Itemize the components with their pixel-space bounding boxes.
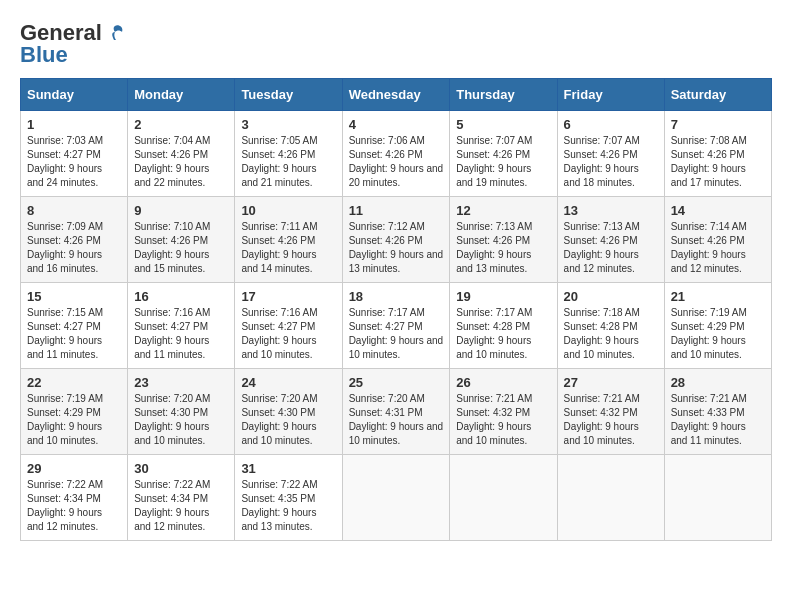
day-info: Sunrise: 7:20 AM Sunset: 4:30 PM Dayligh… <box>241 392 335 448</box>
calendar-cell <box>557 455 664 541</box>
calendar-cell: 9 Sunrise: 7:10 AM Sunset: 4:26 PM Dayli… <box>128 197 235 283</box>
day-info: Sunrise: 7:05 AM Sunset: 4:26 PM Dayligh… <box>241 134 335 190</box>
calendar-cell: 23 Sunrise: 7:20 AM Sunset: 4:30 PM Dayl… <box>128 369 235 455</box>
day-info: Sunrise: 7:11 AM Sunset: 4:26 PM Dayligh… <box>241 220 335 276</box>
calendar-cell: 8 Sunrise: 7:09 AM Sunset: 4:26 PM Dayli… <box>21 197 128 283</box>
day-info: Sunrise: 7:22 AM Sunset: 4:35 PM Dayligh… <box>241 478 335 534</box>
day-info: Sunrise: 7:07 AM Sunset: 4:26 PM Dayligh… <box>456 134 550 190</box>
sunset-label: Sunset: 4:27 PM <box>349 321 423 332</box>
calendar-header-friday: Friday <box>557 79 664 111</box>
day-number: 18 <box>349 289 444 304</box>
sunrise-label: Sunrise: 7:11 AM <box>241 221 317 232</box>
day-info: Sunrise: 7:21 AM Sunset: 4:33 PM Dayligh… <box>671 392 765 448</box>
daylight-label: Daylight: 9 hours and 16 minutes. <box>27 249 102 274</box>
day-number: 28 <box>671 375 765 390</box>
day-number: 13 <box>564 203 658 218</box>
sunset-label: Sunset: 4:26 PM <box>564 149 638 160</box>
daylight-label: Daylight: 9 hours and 11 minutes. <box>27 335 102 360</box>
logo-bird-icon <box>104 22 126 44</box>
day-number: 4 <box>349 117 444 132</box>
sunrise-label: Sunrise: 7:05 AM <box>241 135 317 146</box>
page-header: General Blue <box>20 20 772 68</box>
daylight-label: Daylight: 9 hours and 12 minutes. <box>564 249 639 274</box>
sunset-label: Sunset: 4:26 PM <box>564 235 638 246</box>
sunset-label: Sunset: 4:26 PM <box>456 235 530 246</box>
calendar-cell: 14 Sunrise: 7:14 AM Sunset: 4:26 PM Dayl… <box>664 197 771 283</box>
sunset-label: Sunset: 4:28 PM <box>564 321 638 332</box>
calendar-cell: 1 Sunrise: 7:03 AM Sunset: 4:27 PM Dayli… <box>21 111 128 197</box>
sunset-label: Sunset: 4:33 PM <box>671 407 745 418</box>
daylight-label: Daylight: 9 hours and 22 minutes. <box>134 163 209 188</box>
sunset-label: Sunset: 4:29 PM <box>671 321 745 332</box>
day-number: 6 <box>564 117 658 132</box>
calendar-cell: 16 Sunrise: 7:16 AM Sunset: 4:27 PM Dayl… <box>128 283 235 369</box>
day-number: 29 <box>27 461 121 476</box>
calendar-cell: 3 Sunrise: 7:05 AM Sunset: 4:26 PM Dayli… <box>235 111 342 197</box>
calendar-cell <box>450 455 557 541</box>
day-info: Sunrise: 7:09 AM Sunset: 4:26 PM Dayligh… <box>27 220 121 276</box>
sunrise-label: Sunrise: 7:13 AM <box>456 221 532 232</box>
calendar-cell: 10 Sunrise: 7:11 AM Sunset: 4:26 PM Dayl… <box>235 197 342 283</box>
calendar-cell: 26 Sunrise: 7:21 AM Sunset: 4:32 PM Dayl… <box>450 369 557 455</box>
day-info: Sunrise: 7:17 AM Sunset: 4:27 PM Dayligh… <box>349 306 444 362</box>
calendar-table: SundayMondayTuesdayWednesdayThursdayFrid… <box>20 78 772 541</box>
daylight-label: Daylight: 9 hours and 20 minutes. <box>349 163 444 188</box>
sunrise-label: Sunrise: 7:13 AM <box>564 221 640 232</box>
sunset-label: Sunset: 4:26 PM <box>671 149 745 160</box>
day-number: 21 <box>671 289 765 304</box>
calendar-week-1: 1 Sunrise: 7:03 AM Sunset: 4:27 PM Dayli… <box>21 111 772 197</box>
day-info: Sunrise: 7:04 AM Sunset: 4:26 PM Dayligh… <box>134 134 228 190</box>
sunrise-label: Sunrise: 7:12 AM <box>349 221 425 232</box>
calendar-cell: 30 Sunrise: 7:22 AM Sunset: 4:34 PM Dayl… <box>128 455 235 541</box>
day-info: Sunrise: 7:12 AM Sunset: 4:26 PM Dayligh… <box>349 220 444 276</box>
sunrise-label: Sunrise: 7:20 AM <box>349 393 425 404</box>
day-info: Sunrise: 7:19 AM Sunset: 4:29 PM Dayligh… <box>27 392 121 448</box>
daylight-label: Daylight: 9 hours and 10 minutes. <box>564 335 639 360</box>
daylight-label: Daylight: 9 hours and 13 minutes. <box>349 249 444 274</box>
day-info: Sunrise: 7:22 AM Sunset: 4:34 PM Dayligh… <box>27 478 121 534</box>
day-number: 1 <box>27 117 121 132</box>
calendar-header-tuesday: Tuesday <box>235 79 342 111</box>
calendar-cell: 28 Sunrise: 7:21 AM Sunset: 4:33 PM Dayl… <box>664 369 771 455</box>
calendar-cell <box>342 455 450 541</box>
day-number: 20 <box>564 289 658 304</box>
daylight-label: Daylight: 9 hours and 13 minutes. <box>241 507 316 532</box>
calendar-cell: 13 Sunrise: 7:13 AM Sunset: 4:26 PM Dayl… <box>557 197 664 283</box>
sunrise-label: Sunrise: 7:19 AM <box>27 393 103 404</box>
day-info: Sunrise: 7:22 AM Sunset: 4:34 PM Dayligh… <box>134 478 228 534</box>
daylight-label: Daylight: 9 hours and 10 minutes. <box>241 421 316 446</box>
day-number: 15 <box>27 289 121 304</box>
calendar-cell: 22 Sunrise: 7:19 AM Sunset: 4:29 PM Dayl… <box>21 369 128 455</box>
calendar-body: 1 Sunrise: 7:03 AM Sunset: 4:27 PM Dayli… <box>21 111 772 541</box>
sunrise-label: Sunrise: 7:07 AM <box>564 135 640 146</box>
day-number: 23 <box>134 375 228 390</box>
day-number: 9 <box>134 203 228 218</box>
sunrise-label: Sunrise: 7:20 AM <box>134 393 210 404</box>
sunrise-label: Sunrise: 7:21 AM <box>671 393 747 404</box>
sunrise-label: Sunrise: 7:03 AM <box>27 135 103 146</box>
day-number: 7 <box>671 117 765 132</box>
daylight-label: Daylight: 9 hours and 11 minutes. <box>134 335 209 360</box>
day-number: 31 <box>241 461 335 476</box>
daylight-label: Daylight: 9 hours and 15 minutes. <box>134 249 209 274</box>
daylight-label: Daylight: 9 hours and 11 minutes. <box>671 421 746 446</box>
calendar-cell: 5 Sunrise: 7:07 AM Sunset: 4:26 PM Dayli… <box>450 111 557 197</box>
calendar-cell: 29 Sunrise: 7:22 AM Sunset: 4:34 PM Dayl… <box>21 455 128 541</box>
day-number: 16 <box>134 289 228 304</box>
sunrise-label: Sunrise: 7:16 AM <box>241 307 317 318</box>
sunrise-label: Sunrise: 7:09 AM <box>27 221 103 232</box>
day-info: Sunrise: 7:13 AM Sunset: 4:26 PM Dayligh… <box>564 220 658 276</box>
day-number: 25 <box>349 375 444 390</box>
sunset-label: Sunset: 4:26 PM <box>241 235 315 246</box>
calendar-header-row: SundayMondayTuesdayWednesdayThursdayFrid… <box>21 79 772 111</box>
sunrise-label: Sunrise: 7:22 AM <box>27 479 103 490</box>
sunrise-label: Sunrise: 7:16 AM <box>134 307 210 318</box>
calendar-week-4: 22 Sunrise: 7:19 AM Sunset: 4:29 PM Dayl… <box>21 369 772 455</box>
day-number: 14 <box>671 203 765 218</box>
day-number: 17 <box>241 289 335 304</box>
calendar-cell <box>664 455 771 541</box>
sunset-label: Sunset: 4:35 PM <box>241 493 315 504</box>
sunrise-label: Sunrise: 7:08 AM <box>671 135 747 146</box>
sunset-label: Sunset: 4:29 PM <box>27 407 101 418</box>
day-info: Sunrise: 7:14 AM Sunset: 4:26 PM Dayligh… <box>671 220 765 276</box>
